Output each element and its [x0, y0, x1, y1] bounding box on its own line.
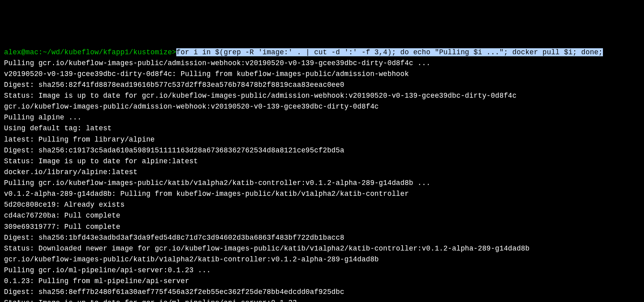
output-line: docker.io/library/alpine:latest — [4, 167, 640, 178]
output-line: cd4ac76720ba: Pull complete — [4, 210, 640, 221]
output-line: Pulling gcr.io/kubeflow-images-public/ka… — [4, 178, 640, 189]
output-line: latest: Pulling from library/alpine — [4, 134, 640, 145]
output-line: 5d20c808ce19: Already exists — [4, 199, 640, 210]
output-line: 0.1.23: Pulling from ml-pipeline/api-ser… — [4, 276, 640, 287]
output-line: Status: Image is up to date for gcr.io/m… — [4, 298, 640, 302]
output-line: gcr.io/kubeflow-images-public/katib/v1al… — [4, 254, 640, 265]
output-line: Digest: sha256:82f41fd8878ead19616b577c5… — [4, 80, 640, 90]
output-line: Digest: sha256:c19173c5ada610a5989151111… — [4, 145, 640, 156]
output-line: gcr.io/kubeflow-images-public/admission-… — [4, 101, 640, 112]
command-line: alex@mac:~/wd/kubeflow/kfapp1/kustomize>… — [4, 47, 640, 58]
terminal-output: Pulling gcr.io/kubeflow-images-public/ad… — [4, 58, 640, 302]
output-line: Status: Image is up to date for alpine:l… — [4, 156, 640, 167]
output-line: v20190520-v0-139-gcee39dbc-dirty-0d8f4c:… — [4, 69, 640, 80]
shell-command[interactable]: for i in $(grep -R 'image:' . | cut -d '… — [176, 48, 603, 56]
shell-prompt: alex@mac:~/wd/kubeflow/kfapp1/kustomize> — [4, 48, 176, 56]
output-line: Digest: sha256:8eff7b2480f61a30aef775f45… — [4, 287, 640, 298]
output-line: 309e69319777: Pull complete — [4, 222, 640, 232]
output-line: v0.1.2-alpha-289-g14dad8b: Pulling from … — [4, 189, 640, 199]
output-line: Digest: sha256:1bfd43e3adbd3af3da9fed54d… — [4, 232, 640, 243]
output-line: Pulling gcr.io/ml-pipeline/api-server:0.… — [4, 265, 640, 276]
terminal-window[interactable]: alex@mac:~/wd/kubeflow/kfapp1/kustomize>… — [4, 47, 640, 302]
output-line: Status: Image is up to date for gcr.io/k… — [4, 90, 640, 101]
output-line: Using default tag: latest — [4, 123, 640, 134]
output-line: Status: Downloaded newer image for gcr.i… — [4, 243, 640, 254]
output-line: Pulling gcr.io/kubeflow-images-public/ad… — [4, 58, 640, 69]
output-line: Pulling alpine ... — [4, 112, 640, 123]
